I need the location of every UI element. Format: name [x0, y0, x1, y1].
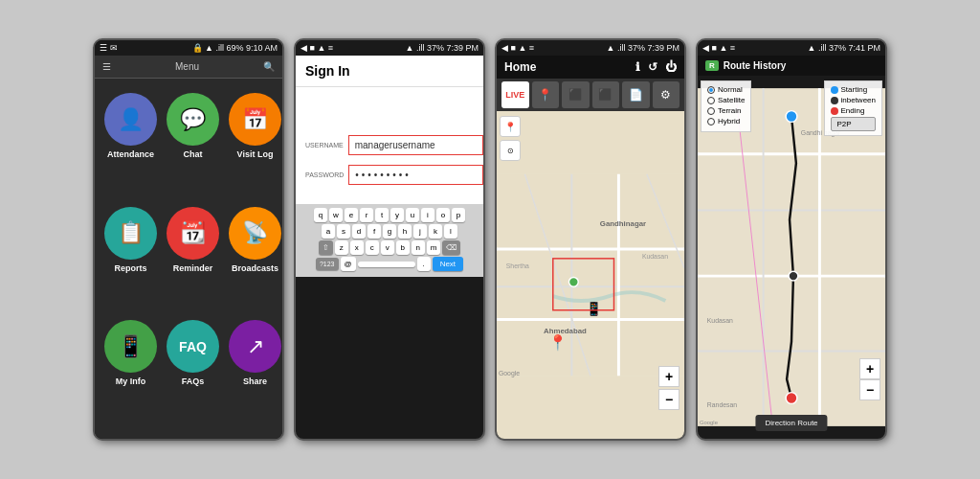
screens-container: ☰ ✉ 🔒 ▲ .ill 69% 9:10 AM ☰ Menu 🔍 👤 Atte…: [83, 29, 897, 450]
key-at[interactable]: @: [341, 257, 356, 271]
key-f[interactable]: f: [368, 224, 381, 239]
key-e[interactable]: e: [345, 208, 358, 222]
svg-rect-0: [497, 174, 684, 376]
terrain-label: Terrain: [718, 106, 741, 115]
key-m[interactable]: m: [427, 240, 441, 255]
normal-option[interactable]: Normal: [707, 85, 745, 94]
search-icon-1[interactable]: 🔍: [263, 61, 275, 72]
satellite-radio: [707, 97, 715, 104]
key-shift[interactable]: ⇧: [319, 240, 333, 255]
terrain-option[interactable]: Terrain: [707, 106, 745, 115]
app-item-chat[interactable]: 💬 Chat: [167, 93, 219, 197]
svg-text:📱: 📱: [586, 301, 603, 317]
map-type-options: Normal Satellite Terrain Hybrid: [701, 80, 751, 132]
route-zoom: + −: [859, 358, 880, 400]
app-item-my-info[interactable]: 📱 My Info: [104, 320, 157, 424]
phone-body-1: ☰ Menu 🔍 👤 Attendance 💬 Chat 📅 Vis: [95, 56, 282, 439]
info-icon[interactable]: ℹ: [635, 60, 640, 74]
key-space[interactable]: [358, 262, 415, 267]
direction-route-button[interactable]: Direction Route: [755, 415, 827, 431]
satellite-label: Satellite: [718, 96, 745, 104]
username-row: USERNAME: [305, 135, 474, 155]
app-item-attendance[interactable]: 👤 Attendance: [104, 93, 157, 197]
key-i[interactable]: i: [421, 208, 434, 222]
key-v[interactable]: v: [381, 240, 394, 255]
home-title: Home: [504, 60, 536, 74]
doc-icon[interactable]: 📄: [622, 81, 650, 108]
app-item-reminder[interactable]: 📆 Reminder: [167, 207, 219, 311]
key-g[interactable]: g: [383, 224, 396, 239]
attendance-icon: 👤: [104, 93, 157, 146]
key-d[interactable]: d: [352, 224, 366, 239]
hybrid-radio: [707, 118, 715, 125]
key-row-3: ⇧ z x c v b n m ⌫: [300, 240, 479, 255]
route-icon: R: [705, 60, 719, 71]
status-right-3: ▲ .ill 37% 7:39 PM: [607, 43, 679, 53]
app-item-broadcasts[interactable]: 📡 Broadcasts: [229, 207, 281, 311]
zoom-out-btn[interactable]: −: [658, 389, 679, 410]
key-row-2: a s d f g h j k l: [300, 224, 479, 239]
key-j[interactable]: j: [413, 224, 427, 239]
route-zoom-in[interactable]: +: [859, 358, 880, 379]
key-y[interactable]: y: [390, 208, 404, 222]
ending-label: Ending: [841, 106, 865, 115]
app-item-visit-log[interactable]: 📅 Visit Log: [229, 93, 281, 197]
satellite-option[interactable]: Satellite: [707, 96, 745, 104]
status-right-4: ▲ .ill 37% 7:41 PM: [808, 43, 880, 53]
status-bar-1: ☰ ✉ 🔒 ▲ .ill 69% 9:10 AM: [95, 40, 282, 56]
key-n[interactable]: n: [412, 240, 425, 255]
key-backspace[interactable]: ⌫: [442, 240, 460, 255]
key-next[interactable]: Next: [433, 257, 463, 271]
key-p[interactable]: p: [452, 208, 465, 222]
app-item-reports[interactable]: 📋 Reports: [104, 207, 157, 311]
key-x[interactable]: x: [350, 240, 364, 255]
location-icon[interactable]: 📍: [532, 81, 560, 108]
app-item-share[interactable]: ↗ Share: [229, 320, 281, 424]
map-btn-1[interactable]: 📍: [500, 116, 521, 137]
key-l[interactable]: l: [444, 224, 457, 239]
key-period[interactable]: .: [417, 257, 431, 271]
map-left-panel: 📍 ⊙: [500, 116, 521, 161]
key-o[interactable]: o: [436, 208, 450, 222]
toolbar-icon-3[interactable]: ⬛: [592, 81, 620, 108]
map-btn-2[interactable]: ⊙: [500, 140, 521, 161]
refresh-icon[interactable]: ↺: [648, 60, 657, 74]
key-b[interactable]: b: [396, 240, 410, 255]
route-zoom-out[interactable]: −: [859, 379, 880, 400]
hybrid-label: Hybrid: [718, 117, 740, 125]
key-u[interactable]: u: [406, 208, 419, 222]
svg-text:Kudasan: Kudasan: [707, 317, 733, 324]
starting-dot: [831, 86, 838, 94]
hybrid-option[interactable]: Hybrid: [707, 117, 745, 125]
key-123[interactable]: ?123: [316, 258, 339, 270]
map-zoom: + −: [658, 366, 679, 410]
key-z[interactable]: z: [335, 240, 348, 255]
reminder-icon: 📆: [167, 207, 219, 260]
username-input[interactable]: [348, 135, 483, 155]
key-k[interactable]: k: [429, 224, 442, 239]
faqs-label: FAQs: [182, 376, 205, 386]
route-header: R Route History: [698, 56, 885, 76]
toolbar-icon-2[interactable]: ⬛: [562, 81, 590, 108]
app-item-faqs[interactable]: FAQ FAQs: [167, 320, 219, 424]
svg-point-14: [568, 277, 578, 286]
power-icon[interactable]: ⏻: [665, 60, 677, 74]
key-q[interactable]: q: [314, 208, 327, 222]
reports-icon: 📋: [104, 207, 157, 260]
live-btn[interactable]: LIVE: [501, 81, 529, 108]
key-w[interactable]: w: [329, 208, 343, 222]
hamburger-icon[interactable]: ☰: [102, 61, 111, 72]
key-r[interactable]: r: [360, 208, 373, 222]
key-c[interactable]: c: [366, 240, 379, 255]
signin-form: USERNAME PASSWORD: [296, 87, 483, 204]
key-t[interactable]: t: [375, 208, 389, 222]
p2p-button[interactable]: P2P: [831, 117, 876, 131]
key-h[interactable]: h: [398, 224, 412, 239]
key-s[interactable]: s: [337, 224, 350, 239]
ending-legend: Ending: [831, 106, 876, 115]
status-left-2: ◀ ■ ▲ ≡: [301, 43, 333, 53]
password-input[interactable]: [348, 165, 483, 185]
settings-icon[interactable]: ⚙: [653, 81, 680, 108]
zoom-in-btn[interactable]: +: [658, 366, 679, 387]
key-a[interactable]: a: [322, 224, 335, 239]
